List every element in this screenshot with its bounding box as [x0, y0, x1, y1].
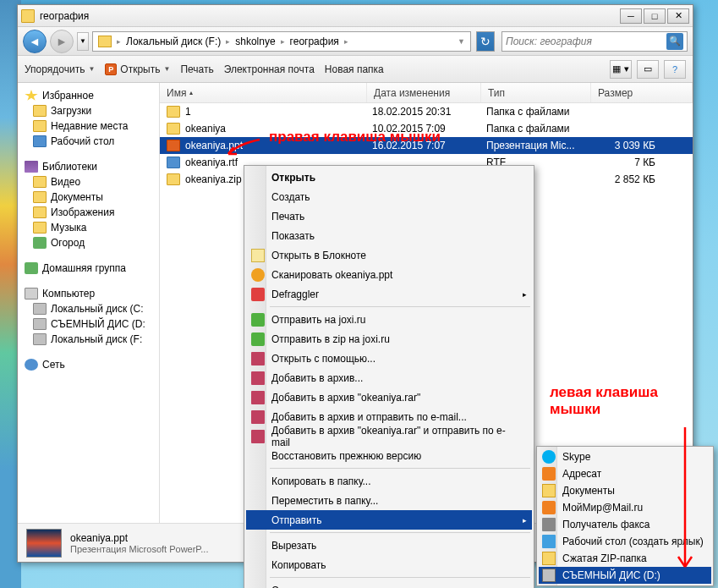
- bc-folder2[interactable]: география: [287, 32, 343, 51]
- minimize-button[interactable]: ─: [620, 8, 642, 24]
- toolbar: Упорядочить▼ PОткрыть▼ Печать Электронна…: [18, 56, 693, 83]
- file-row[interactable]: 118.02.2015 20:31Папка с файлами: [160, 103, 693, 120]
- history-dropdown[interactable]: ▼: [77, 32, 89, 51]
- folder-icon: [21, 9, 35, 23]
- column-headers[interactable]: Имя ▴ Дата изменения Тип Размер: [160, 83, 693, 103]
- print-button[interactable]: Печать: [180, 63, 213, 75]
- star-icon: [25, 90, 38, 102]
- sidebar-libraries[interactable]: Библиотеки: [18, 159, 159, 174]
- close-button[interactable]: ✕: [667, 8, 689, 24]
- sidebar-drive-d[interactable]: СЪЕМНЫЙ ДИС (D:: [18, 316, 159, 332]
- ctx-openwith[interactable]: Открыть с помощью...: [246, 349, 532, 368]
- sub-skype[interactable]: Skype: [539, 448, 711, 465]
- ctx-addraremail[interactable]: Добавить в архив "okeaniya.rar" и отправ…: [246, 426, 532, 446]
- sub-recipient[interactable]: Адресат: [539, 465, 711, 482]
- search-box[interactable]: 🔍: [502, 31, 688, 52]
- open-button[interactable]: PОткрыть▼: [105, 63, 170, 75]
- window-title: география: [40, 10, 618, 22]
- ctx-copy[interactable]: Копировать: [246, 555, 532, 574]
- homegroup-icon: [25, 262, 38, 274]
- sub-fax[interactable]: Получатель факса: [539, 516, 711, 533]
- sidebar-videos[interactable]: Видео: [18, 174, 159, 190]
- sidebar-computer[interactable]: Компьютер: [18, 286, 159, 301]
- bc-drive[interactable]: Локальный диск (F:): [123, 32, 224, 51]
- libraries-icon: [25, 161, 38, 173]
- ctx-copyto[interactable]: Копировать в папку...: [246, 471, 532, 491]
- email-button[interactable]: Электронная почта: [224, 63, 315, 75]
- rar-icon: [251, 430, 265, 443]
- drive-icon: [33, 333, 47, 345]
- computer-icon: [25, 288, 38, 299]
- sidebar-downloads[interactable]: Загрузки: [18, 103, 159, 118]
- col-name[interactable]: Имя ▴: [160, 83, 367, 102]
- sidebar-desktop[interactable]: Рабочий стол: [18, 134, 159, 149]
- help-button[interactable]: ?: [664, 60, 686, 79]
- sidebar-network[interactable]: Сеть: [18, 357, 159, 372]
- mail-icon: [542, 467, 556, 481]
- annotation-left-click: левая клавиша мышки: [550, 384, 658, 418]
- zip-icon: [542, 552, 556, 565]
- sidebar-recent[interactable]: Недавние места: [18, 118, 159, 134]
- refresh-button[interactable]: ↻: [476, 31, 495, 52]
- new-folder-button[interactable]: Новая папка: [325, 63, 384, 75]
- pictures-icon: [33, 206, 47, 218]
- documents-icon: [33, 191, 47, 203]
- organize-button[interactable]: Упорядочить▼: [25, 63, 95, 75]
- sidebar-homegroup[interactable]: Домашняя группа: [18, 261, 159, 276]
- sidebar-drive-f[interactable]: Локальный диск (F:: [18, 332, 159, 347]
- ctx-print[interactable]: Печать: [246, 206, 532, 226]
- view-button[interactable]: ▦ ▾: [610, 60, 632, 79]
- rar-icon: [251, 371, 265, 385]
- drive-icon: [33, 303, 47, 315]
- ctx-addarchive[interactable]: Добавить в архив...: [246, 368, 532, 387]
- defraggler-icon: [251, 288, 265, 301]
- sidebar-ogorod[interactable]: Огород: [18, 235, 159, 250]
- sub-zip[interactable]: Сжатая ZIP-папка: [539, 550, 711, 567]
- custom-icon: [33, 237, 47, 249]
- fax-icon: [542, 518, 556, 531]
- ctx-cut[interactable]: Вырезать: [246, 536, 532, 555]
- rar-icon: [251, 410, 265, 424]
- forward-button[interactable]: ►: [50, 30, 74, 53]
- ctx-restore[interactable]: Восстановить прежнюю версию: [246, 446, 532, 465]
- sub-moimir[interactable]: МойМир@Mail.ru: [539, 499, 711, 516]
- breadcrumb[interactable]: ▸ Локальный диск (F:) ▸ shkolnye ▸ геогр…: [92, 31, 471, 52]
- drive-icon: [33, 318, 47, 330]
- network-icon: [25, 359, 38, 371]
- sidebar-pictures[interactable]: Изображения: [18, 205, 159, 220]
- folder-icon: [167, 123, 180, 135]
- sub-usb[interactable]: СЪЕМНЫЙ ДИС (D:): [539, 567, 711, 584]
- sub-documents[interactable]: Документы: [539, 482, 711, 499]
- col-size[interactable]: Размер: [591, 83, 693, 102]
- ctx-shortcut[interactable]: Создать ярлык: [246, 580, 532, 588]
- zip-icon: [167, 173, 180, 185]
- sub-desktop[interactable]: Рабочий стол (создать ярлык): [539, 533, 711, 550]
- rar-icon: [251, 391, 265, 404]
- sidebar-favorites[interactable]: Избранное: [18, 88, 159, 103]
- preview-pane-button[interactable]: ▭: [637, 60, 659, 79]
- ctx-sendto[interactable]: Отправить▸: [246, 510, 532, 530]
- ctx-notepad[interactable]: Открыть в Блокноте: [246, 245, 532, 265]
- ctx-open[interactable]: Открыть: [246, 168, 532, 187]
- sidebar-documents[interactable]: Документы: [18, 190, 159, 205]
- ctx-joxizip[interactable]: Отправить в zip на joxi.ru: [246, 329, 532, 349]
- search-input[interactable]: [506, 36, 666, 47]
- desktop-icon: [542, 535, 556, 548]
- col-date[interactable]: Дата изменения: [367, 83, 481, 102]
- sidebar-music[interactable]: Музыка: [18, 220, 159, 235]
- col-type[interactable]: Тип: [481, 83, 591, 102]
- search-icon[interactable]: 🔍: [666, 33, 683, 50]
- ctx-create[interactable]: Создать: [246, 187, 532, 206]
- maximize-button[interactable]: □: [644, 8, 666, 24]
- ctx-joxi[interactable]: Отправить на joxi.ru: [246, 310, 532, 329]
- back-button[interactable]: ◄: [23, 30, 47, 53]
- titlebar[interactable]: география ─ □ ✕: [18, 5, 693, 27]
- ctx-defraggler[interactable]: Defraggler▸: [246, 284, 532, 304]
- ctx-addrar[interactable]: Добавить в архив "okeaniya.rar": [246, 387, 532, 407]
- sidebar-drive-c[interactable]: Локальный диск (C:: [18, 301, 159, 316]
- bc-folder1[interactable]: shkolnye: [232, 32, 278, 51]
- ctx-scan[interactable]: Сканировать okeaniya.ppt: [246, 265, 532, 284]
- ctx-moveto[interactable]: Переместить в папку...: [246, 491, 532, 510]
- sendto-submenu: Skype Адресат Документы МойМир@Mail.ru П…: [536, 446, 714, 586]
- ctx-show[interactable]: Показать: [246, 226, 532, 245]
